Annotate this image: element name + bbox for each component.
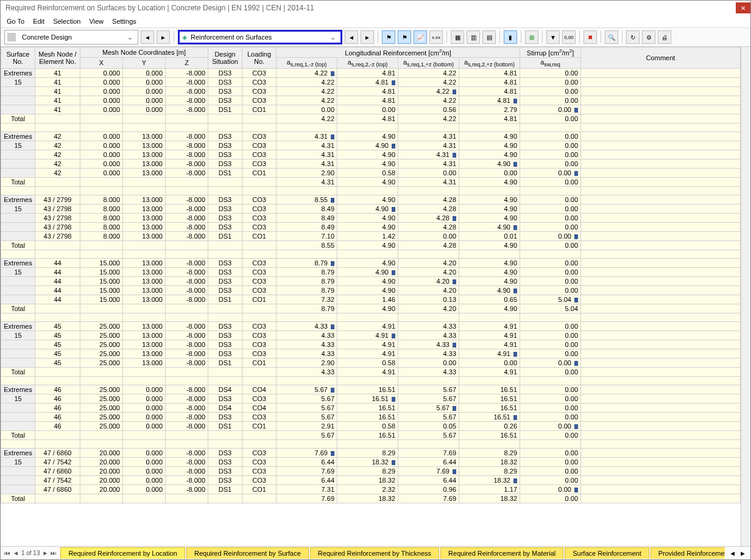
blank-row	[1, 376, 741, 385]
menu-selection[interactable]: Selection	[53, 18, 80, 25]
tab-thickness[interactable]: Required Reinforcement by Thickness	[310, 547, 439, 559]
total-row: Total7.6918.327.6918.320.00	[1, 494, 741, 503]
table-row[interactable]: 154625.0000.000-8.000DS3CO35.67 16.51 5.…	[1, 394, 741, 403]
print-button[interactable]: 🖨	[658, 30, 671, 44]
close-button[interactable]: ✕	[736, 2, 750, 13]
first-page-button[interactable]: ⏮	[4, 550, 10, 556]
col-as2[interactable]: as,req,2,-z (top)	[337, 57, 398, 68]
refresh-button[interactable]: ↻	[626, 30, 640, 44]
table-row[interactable]: 43 / 27988.00013.000-8.000DS1CO17.10 1.4…	[1, 231, 741, 240]
table-row[interactable]: 43 / 27988.00013.000-8.000DS3CO38.49 4.9…	[1, 213, 741, 222]
table-row[interactable]: 410.0000.000-8.000DS3CO34.22 4.81 4.22 4…	[1, 96, 741, 105]
data-grid[interactable]: SurfaceNo. Mesh Node /Element No. Mesh N…	[1, 47, 741, 546]
table-row[interactable]: 154525.00013.000-8.000DS3CO34.33 4.91 4.…	[1, 331, 741, 340]
col-coords[interactable]: Mesh Node Coordinates [m]	[80, 47, 208, 58]
table-row[interactable]: 4625.0000.000-8.000DS4CO45.67 16.51 5.67…	[1, 403, 741, 412]
col-z[interactable]: Z	[166, 57, 208, 68]
table-row[interactable]: 420.00013.000-8.000DS3CO34.31 4.90 4.31 …	[1, 159, 741, 168]
decimal-button[interactable]: 0,00	[562, 30, 576, 44]
col-stirrup[interactable]: Stirrup [cm2/m2]	[520, 47, 581, 58]
table-row[interactable]: 4415.00013.000-8.000DS3CO38.79 4.90 4.20…	[1, 285, 741, 295]
table-row[interactable]: 4525.00013.000-8.000DS3CO34.33 4.91 4.33…	[1, 349, 741, 358]
col-as1[interactable]: as,req,1,-z (top)	[277, 57, 337, 68]
table-row[interactable]: 15410.0000.000-8.000DS3CO34.22 4.81 4.22…	[1, 77, 741, 86]
tab-scroll-left[interactable]: ◄	[727, 550, 738, 557]
tab-surface-reinf[interactable]: Surface Reinforcement	[565, 547, 649, 559]
table-row[interactable]: 154415.00013.000-8.000DS3CO38.79 4.90 4.…	[1, 267, 741, 276]
menu-edit[interactable]: Edit	[33, 18, 44, 25]
nav-next-button[interactable]: ►	[157, 30, 170, 44]
layout2-button[interactable]: ▥	[467, 30, 480, 44]
vertical-scrollbar[interactable]	[741, 47, 750, 546]
menu-settings[interactable]: Settings	[112, 18, 136, 25]
table-row[interactable]: 47 / 686020.0000.000-8.000DS1CO17.31 2.3…	[1, 485, 741, 494]
tab-location[interactable]: Required Reinforcement by Location	[60, 547, 185, 559]
col-mesh-node[interactable]: Mesh Node /Element No.	[35, 47, 80, 69]
nav-prev-button[interactable]: ◄	[141, 30, 154, 44]
table-row[interactable]: 4415.00013.000-8.000DS3CO38.79 4.90 4.20…	[1, 276, 741, 285]
table-row[interactable]: 4525.00013.000-8.000DS1CO12.90 0.58 0.00…	[1, 358, 741, 367]
marker-icon	[392, 334, 395, 338]
table-row[interactable]: 410.0000.000-8.000DS1CO10.00 0.00 0.56 2…	[1, 105, 741, 114]
menu-view[interactable]: View	[89, 18, 104, 25]
nav-prev2-button[interactable]: ◄	[345, 30, 358, 44]
table-row[interactable]: Extremes43 / 27998.00013.000-8.000DS3CO3…	[1, 195, 741, 204]
table-row[interactable]: 4415.00013.000-8.000DS1CO17.32 1.46 0.13…	[1, 295, 741, 304]
table-row[interactable]: Extremes410.0000.000-8.000DS3CO34.22 4.8…	[1, 68, 741, 77]
marker-icon	[331, 71, 334, 76]
xxx-button[interactable]: x.xx	[429, 30, 443, 44]
graph-button[interactable]: 📈	[414, 30, 427, 44]
excel-button[interactable]: ⊞	[525, 30, 538, 44]
search-icon: 🔍	[608, 34, 615, 41]
table-row[interactable]: 15420.00013.000-8.000DS3CO34.31 4.90 4.3…	[1, 141, 741, 150]
layout3-button[interactable]: ▤	[482, 30, 496, 44]
design-combo[interactable]: Concrete Design ⌄	[4, 30, 138, 44]
search-button[interactable]: 🔍	[605, 30, 618, 44]
tab-scroll-right[interactable]: ►	[738, 550, 748, 557]
table-row[interactable]: Extremes47 / 686020.0000.000-8.000DS3CO3…	[1, 448, 741, 457]
table-row[interactable]: Extremes4415.00013.000-8.000DS3CO38.79 4…	[1, 258, 741, 267]
table-row[interactable]: 4625.0000.000-8.000DS1CO12.91 0.58 0.05 …	[1, 421, 741, 430]
marker-icon	[453, 153, 456, 158]
next-page-button[interactable]: ►	[43, 550, 49, 556]
col-asw[interactable]: asw,req	[520, 57, 581, 68]
settings-button[interactable]: ⚙	[642, 30, 655, 44]
color-button[interactable]: ▮	[504, 30, 517, 44]
table-row[interactable]: 4625.0000.000-8.000DS3CO35.67 16.51 5.67…	[1, 412, 741, 421]
table-row[interactable]: 47 / 686020.0000.000-8.000DS3CO37.69 8.2…	[1, 466, 741, 475]
tab-provided[interactable]: Provided Reinforcement	[651, 547, 725, 559]
nav-next2-button[interactable]: ►	[361, 30, 374, 44]
table-row[interactable]: 410.0000.000-8.000DS3CO34.22 4.81 4.22 4…	[1, 86, 741, 96]
col-y[interactable]: Y	[123, 57, 166, 68]
table-row[interactable]: 47 / 754220.0000.000-8.000DS3CO36.44 18.…	[1, 475, 741, 485]
col-design-sit[interactable]: DesignSituation	[208, 47, 242, 69]
col-x[interactable]: X	[80, 57, 123, 68]
table-row[interactable]: 1543 / 27988.00013.000-8.000DS3CO38.49 4…	[1, 204, 741, 213]
col-comment[interactable]: Comment	[581, 47, 741, 69]
prev-page-button[interactable]: ◄	[13, 550, 19, 556]
reinforcement-combo[interactable]: ◈Reinforcement on Surfaces ⌄	[178, 30, 342, 44]
table-row[interactable]: 420.00013.000-8.000DS3CO34.31 4.90 4.31 …	[1, 150, 741, 159]
menu-goto[interactable]: Go To	[7, 18, 24, 25]
filter1-button[interactable]: ⚑	[382, 30, 395, 44]
col-as4[interactable]: as,req,2,+z (bottom)	[459, 57, 520, 68]
table-row[interactable]: 420.00013.000-8.000DS1CO12.90 0.58 0.00 …	[1, 168, 741, 177]
col-long-reinf[interactable]: Longitudinal Reinforcement [cm2/m]	[277, 47, 520, 58]
last-page-button[interactable]: ⏭	[51, 550, 57, 556]
filter-button[interactable]: ▼	[546, 30, 560, 44]
col-as3[interactable]: as,req,1,+z (bottom)	[398, 57, 459, 68]
tab-surface[interactable]: Required Reinforcement by Surface	[186, 547, 309, 559]
table-row[interactable]: Extremes420.00013.000-8.000DS3CO34.31 4.…	[1, 131, 741, 141]
filter2-button[interactable]: ⚑	[398, 30, 411, 44]
table-row[interactable]: 43 / 27988.00013.000-8.000DS3CO38.49 4.9…	[1, 222, 741, 231]
layout1-button[interactable]: ▦	[451, 30, 464, 44]
delete-button[interactable]: ✖	[584, 30, 597, 44]
toolbar: Concrete Design ⌄ ◄ ► ◈Reinforcement on …	[1, 28, 750, 47]
table-row[interactable]: 4525.00013.000-8.000DS3CO34.33 4.91 4.33…	[1, 340, 741, 349]
table-row[interactable]: Extremes4525.00013.000-8.000DS3CO34.33 4…	[1, 321, 741, 331]
tab-material[interactable]: Required Reinforcement by Material	[440, 547, 563, 559]
col-surface-no[interactable]: SurfaceNo.	[1, 47, 35, 69]
col-loading-no[interactable]: LoadingNo.	[242, 47, 277, 69]
table-row[interactable]: Extremes4625.0000.000-8.000DS4CO45.67 16…	[1, 385, 741, 394]
table-row[interactable]: 1547 / 754220.0000.000-8.000DS3CO36.44 1…	[1, 457, 741, 466]
